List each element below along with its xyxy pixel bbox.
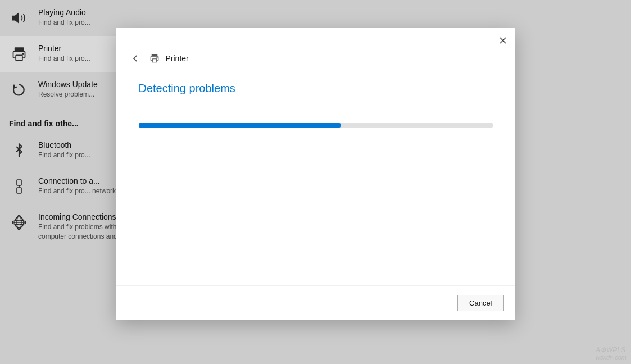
dialog-footer: Cancel: [116, 285, 515, 320]
watermark: A⚙WPLS wsxdn.com: [596, 346, 627, 361]
progress-bar-container: [139, 123, 493, 128]
svg-point-18: [156, 58, 157, 59]
dialog-main-content: Detecting problems: [116, 71, 515, 285]
svg-rect-17: [152, 59, 157, 62]
detecting-problems-title: Detecting problems: [139, 82, 493, 95]
cancel-button[interactable]: Cancel: [457, 295, 503, 311]
dialog-nav-title: Printer: [166, 54, 189, 63]
dialog-titlebar: [116, 28, 515, 48]
progress-bar-fill: [139, 123, 341, 128]
dialog-nav: Printer: [116, 48, 515, 71]
dialog-close-button[interactable]: [495, 33, 511, 48]
dialog-printer-icon: [149, 53, 160, 64]
dialog-back-button[interactable]: [128, 51, 143, 66]
watermark-domain: wsxdn.com: [596, 354, 627, 361]
watermark-text: A⚙WPLS: [596, 346, 625, 354]
troubleshooter-dialog: Printer Detecting problems Cancel: [116, 28, 515, 320]
dialog-overlay: Printer Detecting problems Cancel: [0, 0, 631, 364]
